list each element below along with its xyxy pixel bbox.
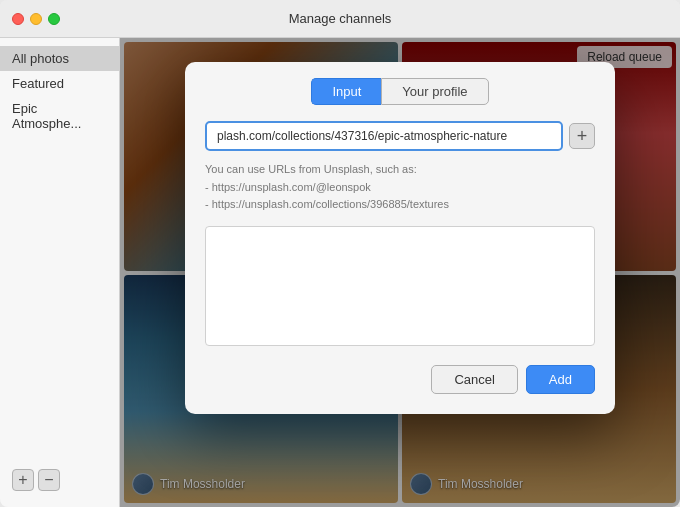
sidebar-bottom: + − bbox=[0, 461, 119, 499]
tab-input[interactable]: Input bbox=[311, 78, 381, 105]
manage-channels-modal: Input Your profile + You can use URLs fr… bbox=[185, 62, 615, 414]
add-channel-button[interactable]: + bbox=[12, 469, 34, 491]
maximize-button[interactable] bbox=[48, 13, 60, 25]
sidebar-items: All photos Featured Epic Atmosphe... bbox=[0, 46, 119, 136]
tab-your-profile[interactable]: Your profile bbox=[381, 78, 488, 105]
window-title: Manage channels bbox=[289, 11, 392, 26]
url-input-row: + bbox=[205, 121, 595, 151]
cancel-button[interactable]: Cancel bbox=[431, 365, 517, 394]
add-url-button[interactable]: + bbox=[569, 123, 595, 149]
close-button[interactable] bbox=[12, 13, 24, 25]
sidebar: All photos Featured Epic Atmosphe... + − bbox=[0, 38, 120, 507]
content-area: Tim Mossholder Tim Mossholder Reload que… bbox=[120, 38, 680, 507]
remove-channel-button[interactable]: − bbox=[38, 469, 60, 491]
sidebar-item-all-photos[interactable]: All photos bbox=[0, 46, 119, 71]
sidebar-item-featured[interactable]: Featured bbox=[0, 71, 119, 96]
title-bar: Manage channels bbox=[0, 0, 680, 38]
hint-text: You can use URLs from Unsplash, such as:… bbox=[205, 161, 595, 214]
add-button[interactable]: Add bbox=[526, 365, 595, 394]
url-input[interactable] bbox=[205, 121, 563, 151]
modal-actions: Cancel Add bbox=[205, 365, 595, 394]
modal-overlay: Input Your profile + You can use URLs fr… bbox=[120, 38, 680, 507]
modal-tabs: Input Your profile bbox=[185, 62, 615, 105]
modal-body: + You can use URLs from Unsplash, such a… bbox=[185, 105, 615, 414]
sidebar-item-epic[interactable]: Epic Atmosphe... bbox=[0, 96, 119, 136]
main-layout: All photos Featured Epic Atmosphe... + − bbox=[0, 38, 680, 507]
traffic-lights bbox=[12, 13, 60, 25]
app-window: Manage channels All photos Featured Epic… bbox=[0, 0, 680, 507]
url-textarea[interactable] bbox=[205, 226, 595, 346]
minimize-button[interactable] bbox=[30, 13, 42, 25]
